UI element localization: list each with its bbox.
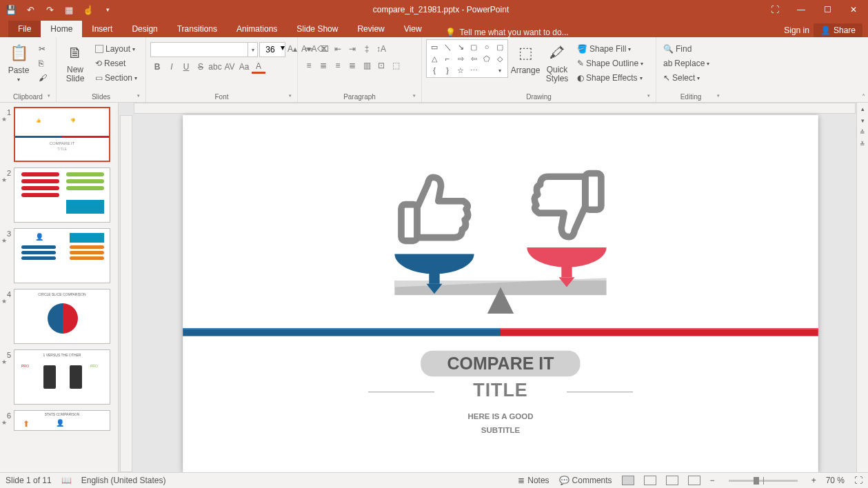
tab-home[interactable]: Home [41, 21, 82, 37]
tab-animations[interactable]: Animations [227, 21, 287, 37]
zoom-slider[interactable] [729, 480, 798, 482]
chevron-down-icon[interactable]: ▾ [281, 43, 285, 57]
thumb-4[interactable]: 4★ CIRCLE SLICE COMPARISON [1, 289, 117, 344]
thumb-6[interactable]: 6★ STATS COMPARISON ⬆ 👤 [1, 410, 117, 431]
language-status[interactable]: English (United States) [81, 476, 166, 485]
subtitle-placeholder[interactable]: HERE IS A GOODSUBTITLE [183, 409, 818, 436]
shape-oval-icon[interactable]: ○ [481, 41, 493, 52]
prev-slide-icon[interactable]: ≙ [857, 126, 868, 138]
tab-view[interactable]: View [394, 21, 432, 37]
thumbnail[interactable]: 1 VERSUS THE OTHER PRO PRO [14, 349, 110, 405]
thumb-1[interactable]: 1★ 👍👎 COMPARE IT TITLE [1, 107, 117, 162]
tab-design[interactable]: Design [122, 21, 167, 37]
divider-bar[interactable] [183, 328, 818, 336]
thumbnail[interactable]: 👍👎 COMPARE IT TITLE [14, 107, 110, 162]
smartart-button[interactable]: ⬚ [389, 59, 403, 72]
slide-canvas[interactable]: COMPARE IT TITLE HERE IS A GOODSUBTITLE [183, 115, 818, 472]
thumb-3[interactable]: 3★ 👤👤 [1, 228, 117, 283]
replace-button[interactable]: abReplace▾ [660, 57, 712, 70]
slide-editor[interactable]: ▴ ▾ ≙ ≚ [119, 103, 868, 472]
fit-to-window-button[interactable]: ⛶ [854, 476, 862, 485]
slide-counter[interactable]: Slide 1 of 11 [6, 476, 52, 485]
collapse-ribbon-icon[interactable]: ˄ [862, 93, 865, 101]
scroll-up-icon[interactable]: ▴ [857, 103, 868, 114]
maximize-button[interactable]: ☐ [816, 3, 839, 17]
notes-button[interactable]: ≣Notes [518, 476, 549, 485]
paste-button[interactable]: 📋 Paste ▾ [4, 39, 33, 83]
shape-line-arrow-icon[interactable]: ↘ [454, 41, 467, 52]
zoom-in-button[interactable]: + [811, 476, 816, 485]
thumb-2[interactable]: 2★ [1, 167, 117, 223]
shape-line-icon[interactable]: ＼ [441, 41, 454, 52]
start-from-beginning-icon[interactable]: ▦ [63, 4, 74, 15]
columns-button[interactable]: ▥ [360, 59, 374, 72]
align-text-button[interactable]: ⊡ [374, 59, 388, 72]
grow-font-button[interactable]: A▴ [285, 42, 299, 56]
layout-button[interactable]: Layout▾ [92, 42, 140, 56]
numbering-button[interactable]: ≡ [316, 42, 330, 56]
compare-it-pill[interactable]: COMPARE IT [421, 351, 581, 376]
font-size-input[interactable] [260, 43, 281, 57]
gallery-more-icon[interactable]: ▾ [494, 65, 506, 76]
shape-triangle-icon[interactable]: △ [428, 53, 441, 64]
increase-indent-button[interactable]: ⇥ [345, 42, 359, 56]
new-slide-button[interactable]: 🗎 New Slide [61, 39, 90, 83]
shape-elbow-icon[interactable]: ⌐ [441, 53, 454, 64]
select-button[interactable]: ↖Select▾ [660, 71, 712, 85]
shape-effects-button[interactable]: ◐Shape Effects▾ [574, 71, 646, 85]
tab-file[interactable]: File [8, 21, 41, 37]
bold-button[interactable]: B [150, 60, 164, 74]
tell-me-search[interactable]: 💡 Tell me what you want to do... [445, 28, 569, 37]
italic-button[interactable]: I [165, 60, 179, 74]
find-button[interactable]: 🔍Find [660, 42, 712, 56]
format-painter-button[interactable]: 🖌 [36, 71, 50, 85]
thumbnail[interactable]: CIRCLE SLICE COMPARISON [14, 289, 110, 344]
shape-rect-icon[interactable]: ▢ [467, 41, 480, 52]
touch-mode-icon[interactable]: ☝ [83, 4, 94, 15]
thumb-5[interactable]: 5★ 1 VERSUS THE OTHER PRO PRO [1, 349, 117, 405]
next-slide-icon[interactable]: ≚ [857, 138, 868, 150]
align-left-button[interactable]: ≡ [302, 59, 316, 72]
tab-transitions[interactable]: Transitions [168, 21, 227, 37]
font-family-input[interactable] [151, 43, 248, 57]
shape-textbox-icon[interactable]: ▭ [428, 41, 441, 52]
align-right-button[interactable]: ≡ [331, 59, 345, 72]
zoom-level[interactable]: 70 % [826, 476, 845, 485]
undo-icon[interactable]: ↶ [25, 4, 36, 15]
slide-thumbnails-pane[interactable]: 1★ 👍👎 COMPARE IT TITLE 2★ 3★ [0, 103, 119, 472]
copy-button[interactable]: ⎘ [36, 57, 50, 70]
section-button[interactable]: ▭Section▾ [92, 71, 140, 85]
strike-button[interactable]: S [194, 60, 208, 74]
close-button[interactable]: ✕ [842, 3, 865, 17]
underline-button[interactable]: U [179, 60, 193, 74]
title-placeholder[interactable]: TITLE [183, 380, 818, 401]
bullets-button[interactable]: ≔ [302, 42, 316, 56]
tab-review[interactable]: Review [347, 21, 394, 37]
horizontal-ruler[interactable] [134, 103, 856, 114]
shape-arrow2-icon[interactable]: ⇦ [467, 53, 480, 64]
shapes-gallery[interactable]: ▭＼↘▢○▢ △⌐⇨⇦⬠◇ {}☆⋯▾ [426, 39, 508, 78]
shadow-button[interactable]: abc [208, 60, 222, 74]
spell-check-icon[interactable]: 📖 [61, 476, 72, 485]
tab-slideshow[interactable]: Slide Show [287, 21, 347, 37]
shape-arrow-icon[interactable]: ⇨ [454, 53, 467, 64]
shape-rrect-icon[interactable]: ▢ [494, 41, 506, 52]
ribbon-display-icon[interactable]: ⛶ [763, 3, 787, 17]
slideshow-view-button[interactable] [688, 476, 700, 485]
decrease-indent-button[interactable]: ⇤ [331, 42, 345, 56]
thumbnail[interactable] [14, 167, 110, 223]
tab-insert[interactable]: Insert [82, 21, 122, 37]
vertical-ruler[interactable] [120, 115, 132, 472]
shape-callout-icon[interactable]: ◇ [494, 53, 506, 64]
shape-more-icon[interactable]: ⋯ [467, 65, 480, 76]
reset-button[interactable]: ⟲Reset [92, 57, 140, 70]
zoom-out-button[interactable]: − [710, 476, 715, 485]
minimize-button[interactable]: — [789, 3, 813, 17]
cut-button[interactable]: ✂ [36, 42, 50, 56]
save-icon[interactable]: 💾 [6, 4, 17, 15]
font-color-button[interactable]: A [252, 60, 265, 74]
qat-more-icon[interactable]: ▾ [102, 4, 113, 15]
shape-star-icon[interactable]: ☆ [454, 65, 467, 76]
font-size-combo[interactable]: ▾ [259, 42, 285, 57]
justify-button[interactable]: ≣ [345, 59, 359, 72]
